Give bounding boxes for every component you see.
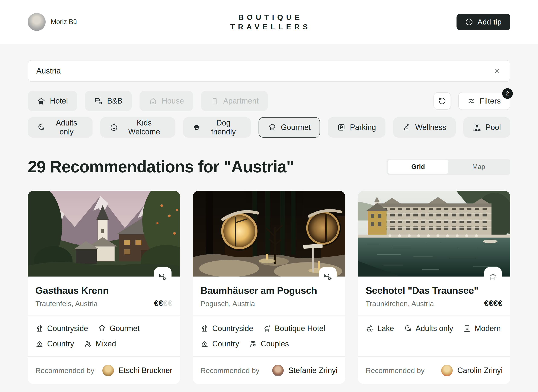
card-photo [358,191,510,276]
logo: BOUTIQUE TRAVELLERS [230,12,308,32]
filter-controls: Filters 2 [433,92,510,110]
filters-button[interactable]: Filters 2 [458,92,510,110]
chip-label: House [162,97,184,105]
modern-building-icon [463,324,471,333]
tag-countryside: Countryside [35,324,88,333]
sprout-icon [35,324,43,333]
reset-filters-button[interactable] [433,92,451,110]
amenity-filter-dog-friendly[interactable]: Dog friendly [183,117,251,138]
tag-country: Country [35,339,74,348]
logo-line-1: BOUTIQUE [230,12,311,22]
amenity-filter-parking[interactable]: Parking [328,117,385,138]
scene-night-treehouses [193,191,345,276]
recommended-by-label: Recommended by [200,366,259,375]
chef-hat-icon [98,324,106,333]
search-bar [28,60,510,82]
price-indicator: €€€€ [154,299,172,308]
recommended-by-label: Recommended by [366,366,424,375]
boutique-hotel-icon [263,324,271,333]
chip-label: Gourmet [281,123,311,132]
card-title: Baumhäuser am Pogusch [200,285,317,296]
card-tags: CountrysideGourmetCountryMixed [28,316,180,356]
tag-lake: Lake [366,324,394,333]
view-toggle-grid[interactable]: Grid [388,160,448,174]
tag-mixed: Mixed [84,339,116,348]
barn-icon [200,340,209,348]
chip-label: Adults only [50,118,83,136]
avatar [28,13,46,31]
card-location: Pogusch, Austria [200,299,317,308]
type-filter-b-b[interactable]: B&B [85,91,132,111]
search-input[interactable] [36,66,492,76]
recommender-name: Etschi Bruckner [119,366,172,375]
recommender-avatar [441,365,453,376]
bed-breakfast-icon [158,272,167,281]
house-icon [149,97,157,105]
card-type-badge [319,267,337,286]
chip-label: Dog friendly [205,118,242,136]
add-tip-button[interactable]: Add tip [457,14,510,30]
result-card[interactable]: Baumhäuser am PoguschPogusch, AustriaCou… [193,191,345,384]
tag-countryside: Countryside [200,324,253,333]
result-card[interactable]: Seehotel "Das Traunsee"Traunkirchen, Aus… [358,191,510,384]
scene-lakeside-hotel [358,191,510,276]
chip-label: B&B [107,97,123,105]
recommender-profile[interactable]: Etschi Bruckner [102,365,172,376]
card-tags: LakeAdults onlyModern [358,316,510,356]
door-icon [210,97,219,105]
view-toggle: GridMap [386,159,510,175]
tag-modern: Modern [463,324,501,333]
amenity-filter-adults-only[interactable]: Adults only [28,117,93,138]
card-footer: Recommended byStefanie Zrinyi [193,356,345,384]
tag-boutique-hotel: Boutique Hotel [263,324,325,333]
adults-only-icon [404,324,412,333]
recommended-by-label: Recommended by [35,366,94,375]
amenity-filter-chips: Adults onlyKids WelcomeDog friendlyGourm… [28,117,510,138]
type-filter-apartment[interactable]: Apartment [201,91,268,111]
result-card[interactable]: Gasthaus KrennTrautenfels, Austria€€€€Co… [28,191,180,384]
header: Moriz Bü BOUTIQUE TRAVELLERS Add tip [0,0,538,44]
tag-adults-only: Adults only [404,324,453,333]
wellness-icon [403,123,411,132]
card-title: Seehotel "Das Traunsee" [366,285,478,296]
barn-icon [35,340,43,348]
hotel-icon [489,272,497,281]
bed-breakfast-icon [324,272,332,281]
chip-label: Pool [486,123,501,132]
recommender-name: Carolin Zrinyi [457,366,503,375]
recommender-profile[interactable]: Stefanie Zrinyi [272,365,338,376]
filters-label: Filters [480,97,501,105]
sliders-icon [468,97,475,105]
price-indicator: €€€€ [484,299,503,308]
amenity-filter-gourmet[interactable]: Gourmet [258,117,320,138]
users-icon [84,340,92,348]
card-footer: Recommended byCarolin Zrinyi [358,356,510,384]
user-profile[interactable]: Moriz Bü [28,13,77,31]
rotate-ccw-icon [438,97,446,105]
plus-circle-icon [465,18,473,26]
sprout-icon [200,324,209,333]
card-location: Trautenfels, Austria [35,299,109,308]
type-filter-hotel[interactable]: Hotel [28,91,77,111]
type-filter-house[interactable]: House [139,91,193,111]
chip-label: Kids Welcome [123,118,166,136]
recommender-profile[interactable]: Carolin Zrinyi [441,365,503,376]
results-header: 29 Recommendations for "Austria" GridMap [28,157,510,176]
pool-icon [473,123,481,132]
card-footer: Recommended byEtschi Bruckner [28,356,180,384]
clear-search-button[interactable] [492,66,502,76]
lake-icon [366,324,374,333]
chip-label: Apartment [223,97,258,105]
results-grid: Gasthaus KrennTrautenfels, Austria€€€€Co… [28,191,510,384]
view-toggle-map[interactable]: Map [448,160,509,174]
card-title: Gasthaus Krenn [35,285,109,296]
bed-breakfast-icon [94,97,103,105]
couples-icon [249,340,257,348]
kids-welcome-icon [110,123,118,132]
hotel-icon [37,97,46,105]
amenity-filter-pool[interactable]: Pool [463,117,510,138]
main-content: HotelB&BHouseApartment Filters 2 Adults … [0,60,538,392]
logo-line-2: TRAVELLERS [230,22,311,32]
amenity-filter-wellness[interactable]: Wellness [393,117,456,138]
amenity-filter-kids-welcome[interactable]: Kids Welcome [100,117,175,138]
